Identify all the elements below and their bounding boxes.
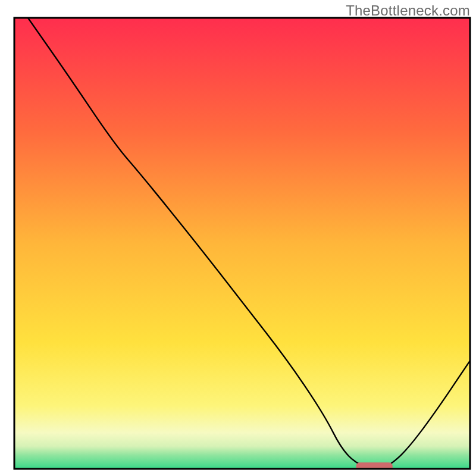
chart-svg [0,0,476,476]
watermark-text: TheBottleneck.com [346,2,470,19]
plot-background [14,18,470,469]
chart-container: TheBottleneck.com [0,0,476,476]
